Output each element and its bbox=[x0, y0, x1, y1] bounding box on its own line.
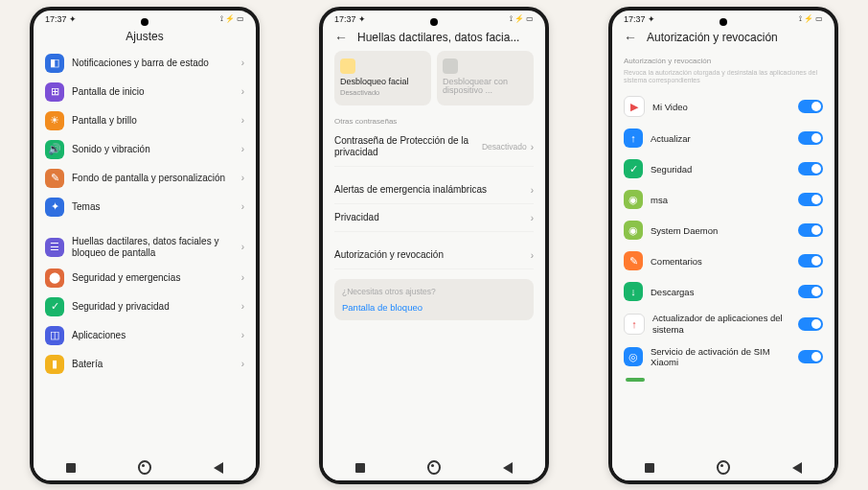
settings-row[interactable]: ☀Pantalla y brillo› bbox=[45, 106, 244, 135]
app-label: msa bbox=[651, 195, 790, 205]
chevron-icon: › bbox=[241, 242, 244, 252]
settings-row[interactable]: Autorización y revocación› bbox=[334, 242, 534, 269]
chevron-icon: › bbox=[241, 144, 244, 154]
settings-row[interactable]: ✎Fondo de pantalla y personalización› bbox=[45, 164, 244, 193]
row-label: Huellas dactilares, datos faciales y blo… bbox=[72, 236, 234, 259]
app-label: Comentarios bbox=[651, 256, 790, 267]
row-label: Pantalla y brillo bbox=[72, 115, 234, 127]
settings-row[interactable]: ⊞Pantalla de inicio› bbox=[45, 78, 244, 106]
settings-row[interactable]: ✓Seguridad y privacidad› bbox=[45, 292, 244, 321]
row-icon: ⊞ bbox=[45, 82, 64, 102]
toggle-switch[interactable] bbox=[798, 254, 823, 268]
toggle-switch[interactable] bbox=[798, 317, 823, 331]
header: ← Huellas dactilares, datos facia... bbox=[323, 26, 545, 51]
app-icon: ↓ bbox=[624, 282, 643, 301]
row-label: Autorización y revocación bbox=[334, 249, 531, 261]
row-label: Seguridad y emergencias bbox=[72, 272, 234, 284]
app-row: ✓Seguridad bbox=[624, 153, 823, 184]
settings-row[interactable]: Alertas de emergencia inalámbricas› bbox=[334, 176, 534, 204]
nav-recent[interactable] bbox=[354, 461, 367, 475]
chevron-icon: › bbox=[531, 142, 534, 152]
nav-recent[interactable] bbox=[64, 461, 78, 475]
row-label: Alertas de emergencia inalámbricas bbox=[334, 184, 531, 196]
help-link[interactable]: Pantalla de bloqueo bbox=[342, 302, 526, 313]
nav-home[interactable] bbox=[427, 461, 441, 475]
chevron-icon: › bbox=[241, 115, 244, 126]
settings-row[interactable]: ✦Temas› bbox=[45, 193, 244, 222]
app-row: ◎Servicio de activación de SIM Xiaomi bbox=[624, 340, 823, 374]
front-camera bbox=[430, 18, 438, 26]
header: Ajustes bbox=[34, 26, 256, 49]
chevron-icon: › bbox=[241, 86, 244, 97]
settings-row[interactable]: ◫Aplicaciones› bbox=[45, 321, 244, 350]
settings-row[interactable]: ▮Batería› bbox=[45, 350, 244, 379]
row-label: Privacidad bbox=[334, 212, 531, 223]
toggle-switch[interactable] bbox=[798, 350, 823, 363]
settings-row[interactable]: 🔊Sonido y vibración› bbox=[45, 135, 244, 164]
toggle-switch[interactable] bbox=[798, 285, 823, 298]
row-icon: ☀ bbox=[45, 111, 64, 130]
toggle-switch[interactable] bbox=[798, 162, 823, 175]
row-label: Aplicaciones bbox=[72, 330, 234, 341]
back-icon[interactable]: ← bbox=[624, 30, 637, 45]
settings-row[interactable]: ◧Notificaciones y barra de estado› bbox=[45, 49, 244, 78]
app-icon: ↑ bbox=[624, 314, 645, 335]
help-box: ¿Necesitas otros ajustes? Pantalla de bl… bbox=[334, 279, 534, 320]
chevron-icon: › bbox=[241, 301, 244, 312]
app-label: Servicio de activación de SIM Xiaomi bbox=[651, 346, 790, 368]
nav-back[interactable] bbox=[790, 461, 804, 475]
card-face-unlock[interactable]: Desbloqueo facial Desactivado bbox=[334, 51, 431, 106]
row-icon: ▮ bbox=[45, 355, 64, 374]
unlock-cards: Desbloqueo facial Desactivado Desbloquea… bbox=[334, 51, 534, 106]
chevron-icon: › bbox=[241, 330, 244, 340]
back-icon[interactable]: ← bbox=[334, 30, 348, 45]
nav-bar bbox=[612, 455, 834, 480]
nav-home[interactable] bbox=[138, 461, 151, 475]
row-label: Seguridad y privacidad bbox=[72, 301, 234, 313]
row-label: Sonido y vibración bbox=[72, 144, 234, 155]
nav-recent[interactable] bbox=[643, 461, 656, 475]
front-camera bbox=[720, 18, 727, 26]
content: Desbloqueo facial Desactivado Desbloquea… bbox=[323, 51, 545, 454]
nav-back[interactable] bbox=[212, 461, 225, 475]
card-device-unlock[interactable]: Desbloquear con dispositivo ... bbox=[437, 51, 534, 106]
page-title: Autorización y revocación bbox=[647, 31, 778, 44]
app-icon: ◉ bbox=[624, 190, 643, 209]
toggle-switch[interactable] bbox=[798, 131, 823, 145]
toggle-switch[interactable] bbox=[798, 193, 823, 206]
nav-home[interactable] bbox=[717, 461, 730, 475]
chevron-icon: › bbox=[241, 272, 244, 283]
app-label: Actualizar bbox=[651, 133, 790, 144]
app-icon: ↑ bbox=[624, 128, 643, 148]
chevron-icon: › bbox=[241, 201, 244, 212]
app-label: Seguridad bbox=[651, 164, 790, 175]
app-label: Mi Video bbox=[652, 102, 790, 112]
row-icon: ☰ bbox=[45, 238, 64, 257]
row-label: Fondo de pantalla y personalización bbox=[72, 173, 234, 184]
note-title: Autorización y revocación bbox=[624, 51, 823, 67]
row-icon: ⬤ bbox=[45, 268, 64, 288]
app-icon: ✎ bbox=[624, 251, 643, 270]
chevron-icon: › bbox=[241, 359, 244, 369]
toggle-switch[interactable] bbox=[798, 223, 823, 237]
toggle-switch[interactable] bbox=[798, 100, 823, 113]
app-row: ↑Actualizar bbox=[624, 123, 823, 153]
row-label: Notificaciones y barra de estado bbox=[72, 58, 234, 69]
phone-settings: 17:37 ✦ ⟟ ⚡ ▭ Ajustes ◧Notificaciones y … bbox=[30, 7, 260, 484]
app-row: ↑Actualizador de aplicaciones del sistem… bbox=[624, 307, 823, 340]
row-label: Contraseña de Protección de la privacida… bbox=[334, 135, 482, 158]
settings-row[interactable]: ⬤Seguridad y emergencias› bbox=[45, 264, 244, 292]
status-time: 17:37 bbox=[624, 14, 646, 24]
chevron-icon: › bbox=[241, 58, 244, 68]
settings-row[interactable]: ☰Huellas dactilares, datos faciales y bl… bbox=[45, 231, 244, 264]
page-title: Huellas dactilares, datos facia... bbox=[357, 31, 519, 44]
status-icons: ⟟ ⚡ ▭ bbox=[799, 14, 823, 24]
settings-row[interactable]: Contraseña de Protección de la privacida… bbox=[334, 128, 534, 167]
chevron-icon: › bbox=[531, 213, 534, 223]
app-icon: ✓ bbox=[624, 159, 643, 178]
row-icon: ◫ bbox=[45, 326, 64, 345]
partial-row-indicator bbox=[626, 378, 645, 382]
nav-back[interactable] bbox=[501, 461, 514, 475]
settings-row[interactable]: Privacidad› bbox=[334, 204, 534, 232]
app-label: Actualizador de aplicaciones del sistema bbox=[652, 313, 790, 335]
